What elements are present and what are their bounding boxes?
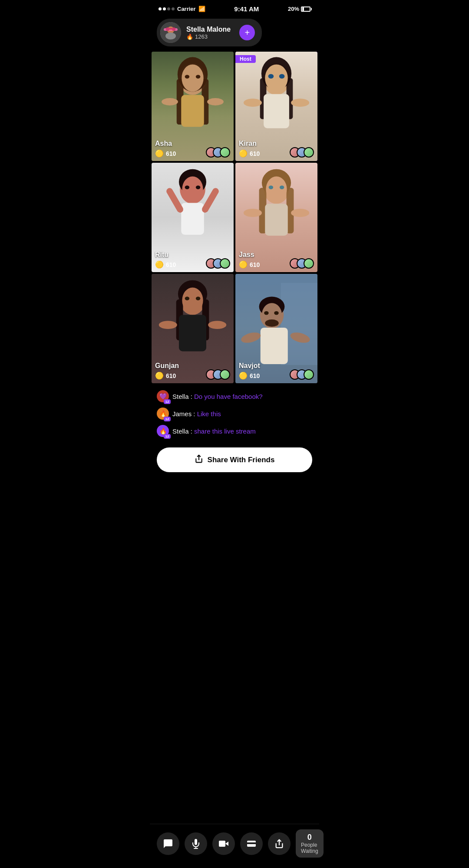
share-section: Share With Friends <box>150 447 319 481</box>
svg-point-3 <box>166 27 169 31</box>
streamer-name-gunjan: Gunjan <box>155 362 179 370</box>
signal-dot-3 <box>167 7 170 10</box>
chat-message-1: 💜 12 Stella : Do you have facebook? <box>157 390 312 402</box>
coin-value-navjot: 610 <box>250 372 260 379</box>
svg-point-11 <box>182 64 203 92</box>
stream-cell-navjot[interactable]: Navjot 🟡 610 <box>235 274 317 383</box>
viewer-avatar-3 <box>220 147 230 158</box>
coin-value-ritu: 610 <box>166 261 176 268</box>
stream-cell-ritu[interactable]: Ritu 🟡 610 <box>152 163 234 272</box>
svg-point-6 <box>165 33 176 39</box>
viewer-avatar-n3 <box>304 369 314 380</box>
level-badge-2: 12 <box>164 417 171 421</box>
viewer-avatars-gunjan <box>206 369 230 380</box>
stream-cell-jass[interactable]: Jass 🟡 610 <box>235 163 317 272</box>
streamer-name-ritu: Ritu <box>155 251 176 259</box>
svg-point-31 <box>196 186 201 189</box>
chat-username-1: Stella : <box>172 393 194 400</box>
stream-coins-asha: 🟡 610 <box>155 149 176 158</box>
svg-rect-63 <box>261 328 288 364</box>
chat-badge-wrap-3: 🔥 12 <box>157 425 169 437</box>
chat-badge-wrap-1: 💜 12 <box>157 390 169 402</box>
user-name: Stella Malone <box>186 26 231 33</box>
svg-rect-14 <box>181 95 204 127</box>
fire-icon: 🔥 <box>186 33 193 40</box>
stream-info-kiran: Kiran 🟡 610 <box>239 140 260 158</box>
coin-value-kiran: 610 <box>250 150 260 157</box>
svg-point-26 <box>291 99 309 107</box>
chat-section: 💜 12 Stella : Do you have facebook? 🔥 12… <box>150 383 319 447</box>
stream-coins-kiran: 🟡 610 <box>239 149 260 158</box>
svg-point-39 <box>266 177 287 202</box>
user-info: Stella Malone 🔥 1263 <box>186 26 231 40</box>
svg-point-54 <box>208 321 226 329</box>
status-bar: Carrier 📶 9:41 AM 20% <box>150 0 319 15</box>
coin-icon-navjot: 🟡 <box>239 372 248 380</box>
svg-point-41 <box>280 186 284 189</box>
svg-point-40 <box>269 186 274 189</box>
svg-point-12 <box>185 75 190 79</box>
chat-message-content-3: share this live stream <box>194 427 256 435</box>
svg-point-43 <box>244 209 262 217</box>
svg-point-21 <box>265 64 288 92</box>
svg-point-16 <box>207 98 224 105</box>
add-button[interactable]: + <box>239 25 255 40</box>
share-button-label: Share With Friends <box>208 456 275 464</box>
svg-point-15 <box>162 98 178 105</box>
streamer-name-jass: Jass <box>239 251 260 259</box>
signal-dots <box>159 7 175 10</box>
wifi-icon: 📶 <box>198 6 205 12</box>
stream-cell-gunjan[interactable]: Gunjan 🟡 610 <box>152 274 234 383</box>
viewer-avatars-navjot <box>290 369 314 380</box>
chat-username-3: Stella : <box>172 427 194 435</box>
coin-icon-ritu: 🟡 <box>155 260 164 269</box>
chat-message-3: 🔥 12 Stella : share this live stream <box>157 425 312 437</box>
coin-icon-gunjan: 🟡 <box>155 372 164 380</box>
viewer-avatar-r3 <box>220 258 230 269</box>
share-button[interactable]: Share With Friends <box>157 447 312 472</box>
signal-dot-1 <box>159 7 162 10</box>
status-left: Carrier 📶 <box>159 6 205 12</box>
signal-dot-2 <box>163 7 166 10</box>
svg-point-53 <box>159 321 177 329</box>
stream-coins-jass: 🟡 610 <box>239 260 260 269</box>
svg-rect-52 <box>179 315 206 352</box>
svg-point-44 <box>291 209 309 217</box>
battery-percent: 20% <box>288 6 299 12</box>
chat-username-2: James : <box>172 410 197 418</box>
svg-point-4 <box>172 27 175 31</box>
avatar <box>160 22 181 43</box>
stream-cell-asha[interactable]: Asha 🟡 610 <box>152 52 234 161</box>
svg-rect-24 <box>264 94 289 128</box>
level-badge-3: 12 <box>164 434 171 439</box>
user-score: 🔥 1263 <box>186 33 231 40</box>
svg-point-30 <box>185 186 190 189</box>
viewer-avatar-j3 <box>304 258 314 269</box>
time-display: 9:41 AM <box>234 5 259 13</box>
chat-message-2: 🔥 12 James : Like this <box>157 408 312 420</box>
streamer-name-navjot: Navjot <box>239 362 260 370</box>
coin-icon-kiran: 🟡 <box>239 149 248 158</box>
coin-icon-jass: 🟡 <box>239 260 248 269</box>
chat-text-3: Stella : share this live stream <box>172 427 256 435</box>
svg-point-22 <box>268 74 274 79</box>
coin-icon: 🟡 <box>155 149 164 158</box>
stream-cell-kiran[interactable]: Host Kiran 🟡 610 <box>235 52 317 161</box>
streamer-name-asha: Asha <box>155 140 176 148</box>
coin-value-asha: 610 <box>166 150 176 157</box>
stream-info-ritu: Ritu 🟡 610 <box>155 251 176 269</box>
svg-point-13 <box>196 75 201 79</box>
stream-info-gunjan: Gunjan 🟡 610 <box>155 362 179 380</box>
stream-info-jass: Jass 🟡 610 <box>239 251 260 269</box>
viewer-avatars-ritu <box>206 258 230 269</box>
svg-point-29 <box>182 177 203 202</box>
stream-info-navjot: Navjot 🟡 610 <box>239 362 260 380</box>
stream-coins-navjot: 🟡 610 <box>239 372 260 380</box>
svg-rect-5 <box>169 28 172 30</box>
svg-point-49 <box>182 288 203 313</box>
viewer-avatar-g3 <box>220 369 230 380</box>
coin-value-jass: 610 <box>250 261 260 268</box>
svg-point-61 <box>274 311 279 315</box>
viewer-avatars-kiran <box>290 147 314 158</box>
svg-point-51 <box>196 297 201 300</box>
